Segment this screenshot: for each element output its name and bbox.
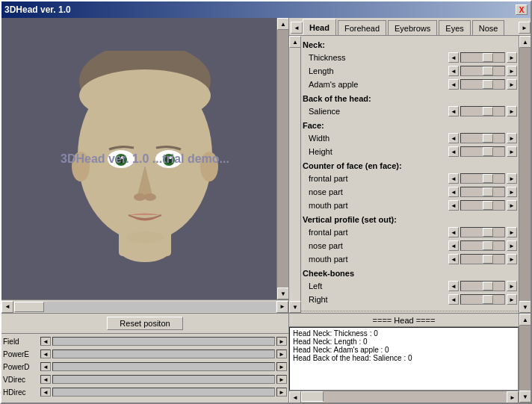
param-increase-btn[interactable]: ► — [507, 294, 517, 305]
control-slider-track[interactable] — [52, 362, 275, 371]
param-slider[interactable] — [460, 173, 505, 184]
control-label: HDirec — [3, 388, 39, 397]
log-scroll-down[interactable]: ▼ — [519, 391, 531, 403]
param-increase-btn[interactable]: ► — [507, 200, 517, 211]
param-decrease-btn[interactable]: ◄ — [448, 187, 459, 197]
param-increase-btn[interactable]: ► — [507, 254, 517, 264]
param-slider-thumb[interactable] — [483, 228, 493, 237]
param-slider-thumb[interactable] — [483, 53, 493, 62]
reset-button[interactable]: Reset positon — [107, 317, 182, 330]
param-decrease-btn[interactable]: ◄ — [448, 66, 459, 76]
params-scroll-down[interactable]: ▼ — [519, 301, 531, 313]
param-decrease-btn[interactable]: ◄ — [448, 52, 459, 63]
param-slider-thumb[interactable] — [483, 241, 493, 250]
param-decrease-btn[interactable]: ◄ — [448, 227, 459, 237]
param-slider[interactable] — [460, 227, 505, 237]
right-scroll-up-top[interactable]: ▲ — [289, 36, 301, 48]
param-increase-btn[interactable]: ► — [507, 106, 517, 116]
param-decrease-btn[interactable]: ◄ — [448, 106, 459, 116]
log-scroll-left[interactable]: ◄ — [289, 391, 301, 403]
param-label: frontal part — [309, 174, 447, 183]
control-decrease-btn[interactable]: ◄ — [40, 362, 51, 371]
param-increase-btn[interactable]: ► — [507, 66, 517, 76]
control-slider-track[interactable] — [52, 337, 275, 346]
param-increase-btn[interactable]: ► — [507, 240, 517, 251]
param-increase-btn[interactable]: ► — [507, 227, 517, 237]
param-slider[interactable] — [460, 106, 505, 116]
param-slider-thumb[interactable] — [483, 66, 493, 75]
tab-eyes[interactable]: Eyes — [439, 20, 470, 35]
viewport-scroll-up[interactable]: ▲ — [277, 18, 288, 30]
log-scroll-up[interactable]: ▲ — [519, 314, 531, 326]
param-increase-btn[interactable]: ► — [507, 133, 517, 143]
param-slider-thumb[interactable] — [483, 201, 493, 210]
close-button[interactable]: X — [516, 4, 528, 15]
log-hthumb[interactable] — [301, 391, 324, 402]
control-slider-track[interactable] — [52, 375, 275, 384]
param-slider[interactable] — [460, 187, 505, 197]
control-slider-track[interactable] — [52, 349, 275, 358]
control-increase-btn[interactable]: ► — [276, 349, 287, 358]
tab-eyebrows[interactable]: Eyebrows — [388, 20, 437, 35]
param-increase-btn[interactable]: ► — [507, 52, 517, 63]
param-slider[interactable] — [460, 52, 505, 63]
param-decrease-btn[interactable]: ◄ — [448, 146, 459, 157]
param-row: frontal part◄► — [303, 172, 517, 185]
param-increase-btn[interactable]: ► — [507, 146, 517, 157]
control-increase-btn[interactable]: ► — [276, 362, 287, 371]
param-decrease-btn[interactable]: ◄ — [448, 200, 459, 211]
param-decrease-btn[interactable]: ◄ — [448, 254, 459, 264]
param-increase-btn[interactable]: ► — [507, 173, 517, 184]
tab-nose[interactable]: Nose — [472, 20, 505, 35]
param-slider-thumb[interactable] — [483, 107, 493, 116]
control-slider-track[interactable] — [52, 388, 275, 397]
control-increase-btn[interactable]: ► — [276, 337, 287, 346]
param-slider-thumb[interactable] — [483, 187, 493, 196]
right-scroll-down-mid[interactable]: ▼ — [289, 301, 301, 313]
viewport-scroll-right[interactable]: ► — [276, 301, 288, 313]
param-slider[interactable] — [460, 254, 505, 264]
param-slider-thumb[interactable] — [483, 80, 493, 89]
viewport-htrack[interactable] — [14, 302, 276, 312]
param-increase-btn[interactable]: ► — [507, 281, 517, 291]
param-increase-btn[interactable]: ► — [507, 79, 517, 90]
param-decrease-btn[interactable]: ◄ — [448, 133, 459, 143]
param-slider-thumb[interactable] — [483, 295, 493, 304]
param-slider-thumb[interactable] — [483, 134, 493, 143]
control-increase-btn[interactable]: ► — [276, 388, 287, 397]
param-increase-btn[interactable]: ► — [507, 187, 517, 197]
params-area: Neck:Thickness◄►Length◄►Adam's apple◄►Ba… — [301, 36, 519, 309]
control-decrease-btn[interactable]: ◄ — [40, 388, 51, 397]
param-decrease-btn[interactable]: ◄ — [448, 294, 459, 305]
param-decrease-btn[interactable]: ◄ — [448, 240, 459, 251]
param-label: Length — [309, 66, 447, 75]
param-slider[interactable] — [460, 240, 505, 251]
param-slider[interactable] — [460, 66, 505, 76]
param-slider-thumb[interactable] — [483, 147, 493, 156]
param-slider[interactable] — [460, 281, 505, 291]
param-slider[interactable] — [460, 146, 505, 157]
log-scroll-right[interactable]: ► — [507, 391, 519, 403]
tab-head[interactable]: Head — [303, 19, 336, 35]
viewport-scroll-down[interactable]: ▼ — [277, 288, 288, 299]
param-slider-thumb[interactable] — [483, 282, 493, 290]
param-slider[interactable] — [460, 294, 505, 305]
param-decrease-btn[interactable]: ◄ — [448, 173, 459, 184]
viewport-scroll-left[interactable]: ◄ — [1, 301, 13, 313]
param-decrease-btn[interactable]: ◄ — [448, 79, 459, 90]
params-scroll-up[interactable]: ▲ — [519, 36, 531, 48]
control-increase-btn[interactable]: ► — [276, 375, 287, 384]
control-decrease-btn[interactable]: ◄ — [40, 349, 51, 358]
control-decrease-btn[interactable]: ◄ — [40, 337, 51, 346]
tab-scroll-left[interactable]: ◄ — [291, 22, 303, 34]
tab-forehead[interactable]: Forehead — [338, 20, 386, 35]
param-slider-thumb[interactable] — [483, 174, 493, 183]
param-decrease-btn[interactable]: ◄ — [448, 281, 459, 291]
control-decrease-btn[interactable]: ◄ — [40, 375, 51, 384]
tab-scroll-right[interactable]: ► — [519, 22, 531, 34]
param-slider[interactable] — [460, 79, 505, 90]
param-slider[interactable] — [460, 200, 505, 211]
param-slider-thumb[interactable] — [483, 255, 493, 264]
param-slider[interactable] — [460, 133, 505, 143]
viewport-hthumb[interactable] — [14, 302, 44, 312]
